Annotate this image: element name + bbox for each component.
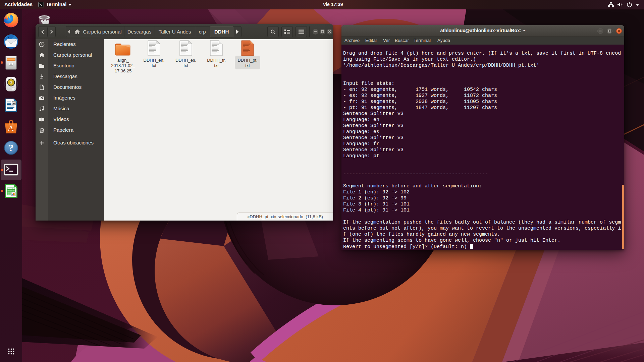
svg-text:?: ? [9,142,14,153]
